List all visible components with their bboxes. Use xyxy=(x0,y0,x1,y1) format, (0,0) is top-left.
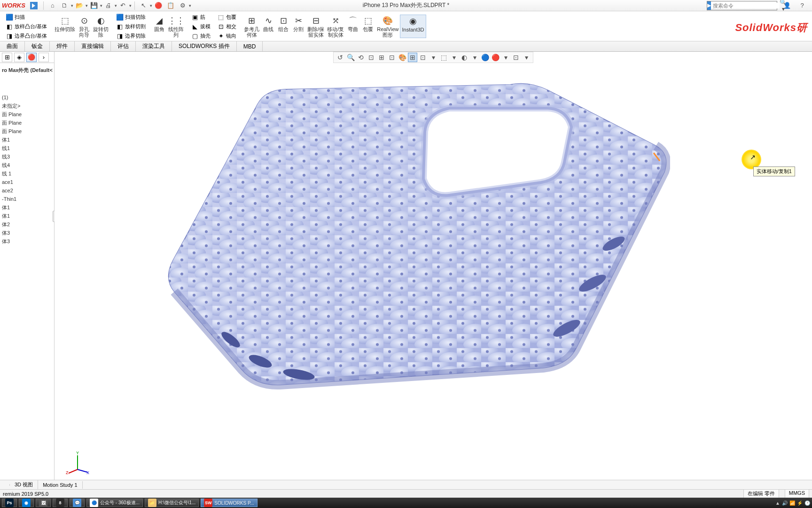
ribbon-放样切割[interactable]: ◧放样切割 xyxy=(114,22,148,31)
ribbon-参考几何体[interactable]: ⊞参考几 何体 xyxy=(242,15,261,38)
view-btn-7[interactable]: ⊞ xyxy=(408,53,417,62)
tab-MBD[interactable]: MBD xyxy=(237,41,263,51)
ribbon-线性阵列[interactable]: ⋮⋮线性阵 列 xyxy=(167,15,185,38)
tree-tab-3[interactable]: 🔴 xyxy=(26,53,37,62)
view-btn-12[interactable]: ◐ xyxy=(460,53,469,62)
tree-item[interactable]: 面 Plane xyxy=(1,127,53,135)
tree-item[interactable]: 面 Plane xyxy=(1,110,53,119)
search-box[interactable]: ▶ 🔍▾ xyxy=(707,1,777,10)
tab-直接编辑[interactable]: 直接编辑 xyxy=(75,41,111,51)
tree-item[interactable]: (1) xyxy=(1,93,53,102)
home-icon[interactable]: ⌂ xyxy=(48,1,57,10)
tab-SOLIDWORKS 插件[interactable]: SOLIDWORKS 插件 xyxy=(172,41,237,51)
view-btn-13[interactable]: ▾ xyxy=(470,53,479,62)
view-btn-10[interactable]: ⬚ xyxy=(439,53,448,62)
view-btn-16[interactable]: ▾ xyxy=(501,53,510,62)
tab-评估[interactable]: 评估 xyxy=(111,41,136,51)
new-icon[interactable]: 🗋 xyxy=(61,1,69,10)
select-icon[interactable]: ↖ xyxy=(140,1,148,10)
help-icon[interactable]: ? xyxy=(798,1,806,10)
taskbar-item[interactable]: Ps xyxy=(2,499,17,507)
tab-渲染工具[interactable]: 渲染工具 xyxy=(136,41,172,51)
taskbar-item[interactable]: SWSOLIDWORKS P... xyxy=(201,499,257,507)
tree-item[interactable]: 线1 xyxy=(1,144,53,152)
ribbon-圆角[interactable]: ◢圆角 xyxy=(152,15,167,38)
view-btn-5[interactable]: ⊡ xyxy=(387,53,397,62)
undo-icon[interactable]: ↶ xyxy=(119,1,127,10)
ribbon-边界切除[interactable]: ◨边界切除 xyxy=(114,31,148,40)
viewport[interactable]: ↺🔍⟲⊡⊞⊡🎨⊞⊡▾⬚▾◐▾🔵🔴▾⊡▾ xyxy=(55,52,812,490)
tab-焊件[interactable]: 焊件 xyxy=(50,41,75,51)
tree-item[interactable]: -Thin1 xyxy=(1,195,53,203)
tree-item[interactable]: 线3 xyxy=(1,152,53,161)
ribbon-分割[interactable]: ✂分割 xyxy=(291,15,306,38)
view-btn-18[interactable]: ▾ xyxy=(522,53,531,62)
ribbon-相交[interactable]: ⊡相交 xyxy=(215,22,238,31)
view-btn-11[interactable]: ▾ xyxy=(449,53,459,62)
ribbon-扫描切除[interactable]: 🟦扫描切除 xyxy=(114,12,148,22)
tree-item[interactable]: 体2 xyxy=(1,220,53,229)
status-edit-mode[interactable]: 在编辑 零件 xyxy=(743,489,779,498)
options-icon[interactable]: 📋 xyxy=(166,1,175,10)
feature-tree[interactable]: ro Max外壳 (Default< (1)未指定>面 Plane面 Plane… xyxy=(0,63,54,248)
status-units[interactable]: MMGS xyxy=(785,489,809,498)
tab-曲面[interactable]: 曲面 xyxy=(0,41,25,51)
tree-item[interactable]: 未指定> xyxy=(1,102,53,110)
ribbon-移动/复制实体[interactable]: ⤱移动/复 制实体 xyxy=(326,15,345,38)
view-btn-1[interactable]: 🔍 xyxy=(346,53,355,62)
view-btn-8[interactable]: ⊡ xyxy=(418,53,428,62)
tree-item[interactable]: 体1 xyxy=(1,135,53,144)
taskbar-item[interactable]: 🔵公众号 - 360极速... xyxy=(86,499,143,507)
ribbon-组合[interactable]: ⊡组合 xyxy=(276,15,291,38)
taskbar-item[interactable]: 📁H:\微信公众号\1... xyxy=(145,499,199,507)
tree-item[interactable]: ace1 xyxy=(1,178,53,186)
open-icon[interactable]: 📂 xyxy=(75,1,84,10)
ribbon-抽壳[interactable]: ▢抽壳 xyxy=(189,31,212,40)
tree-item[interactable]: 线 1 xyxy=(1,169,53,178)
ribbon-包覆[interactable]: ⬚包覆 xyxy=(360,15,375,38)
play-icon[interactable] xyxy=(30,2,38,9)
ribbon-异孔向导[interactable]: ⊙异孔 向导 xyxy=(77,15,92,38)
tree-tab-more[interactable]: › xyxy=(39,53,49,62)
system-tray[interactable]: ▲🔊📶⚡🕐 xyxy=(775,500,810,506)
taskbar-item[interactable]: 💬 xyxy=(70,499,85,507)
taskbar-item[interactable]: 🖼 xyxy=(36,499,51,507)
view-btn-0[interactable]: ↺ xyxy=(336,53,345,62)
orientation-triad[interactable]: Y Z X xyxy=(66,451,89,474)
ribbon-包覆[interactable]: ⬚包覆 xyxy=(215,12,238,22)
ribbon-拔模[interactable]: ◣拔模 xyxy=(189,22,212,31)
tree-item[interactable]: 体1 xyxy=(1,203,53,212)
view-btn-14[interactable]: 🔵 xyxy=(480,53,490,62)
ribbon-扫描[interactable]: 🟦扫描 xyxy=(4,12,49,22)
save-icon[interactable]: 💾 xyxy=(90,1,98,10)
taskbar-item[interactable]: 8 xyxy=(53,499,68,507)
settings-icon[interactable]: ⚙ xyxy=(179,1,187,10)
print-icon[interactable]: 🖨 xyxy=(104,1,113,10)
taskbar-item[interactable]: ◉ xyxy=(19,499,34,507)
user-icon[interactable]: 👤 xyxy=(783,1,791,10)
tree-item[interactable]: 面 Plane xyxy=(1,119,53,127)
tree-item[interactable]: 线4 xyxy=(1,161,53,169)
view-btn-2[interactable]: ⟲ xyxy=(356,53,366,62)
tree-item[interactable]: 体1 xyxy=(1,212,53,220)
ribbon-曲线[interactable]: ∿曲线 xyxy=(261,15,276,38)
view-btn-17[interactable]: ⊡ xyxy=(511,53,521,62)
search-input[interactable] xyxy=(711,3,780,8)
view-btn-3[interactable]: ⊡ xyxy=(367,53,376,62)
ribbon-RealView图形[interactable]: 🎨RealView 图形 xyxy=(375,15,400,38)
tree-item[interactable]: 体3 xyxy=(1,229,53,237)
ribbon-旋转切除[interactable]: ◐旋转切 除 xyxy=(92,15,110,38)
bottom-tab-Motion Study 1[interactable]: Motion Study 1 xyxy=(38,481,82,489)
ribbon-拉伸切除[interactable]: ⬚拉伸切除 xyxy=(53,15,77,38)
search-play-icon[interactable]: ▶ xyxy=(707,1,711,10)
view-btn-15[interactable]: 🔴 xyxy=(491,53,500,62)
ribbon-筋[interactable]: ▣筋 xyxy=(189,12,212,22)
tree-item[interactable]: ace2 xyxy=(1,186,53,195)
view-btn-6[interactable]: 🎨 xyxy=(398,53,407,62)
ribbon-放样凸台/基体[interactable]: ◧放样凸台/基体 xyxy=(4,22,49,31)
view-btn-4[interactable]: ⊞ xyxy=(377,53,386,62)
ribbon-弯曲[interactable]: ⌒弯曲 xyxy=(345,15,360,38)
ribbon-边界凸台/基体[interactable]: ◨边界凸台/基体 xyxy=(4,31,49,40)
tab-钣金[interactable]: 钣金 xyxy=(25,41,50,51)
tree-item[interactable]: 体3 xyxy=(1,237,53,246)
